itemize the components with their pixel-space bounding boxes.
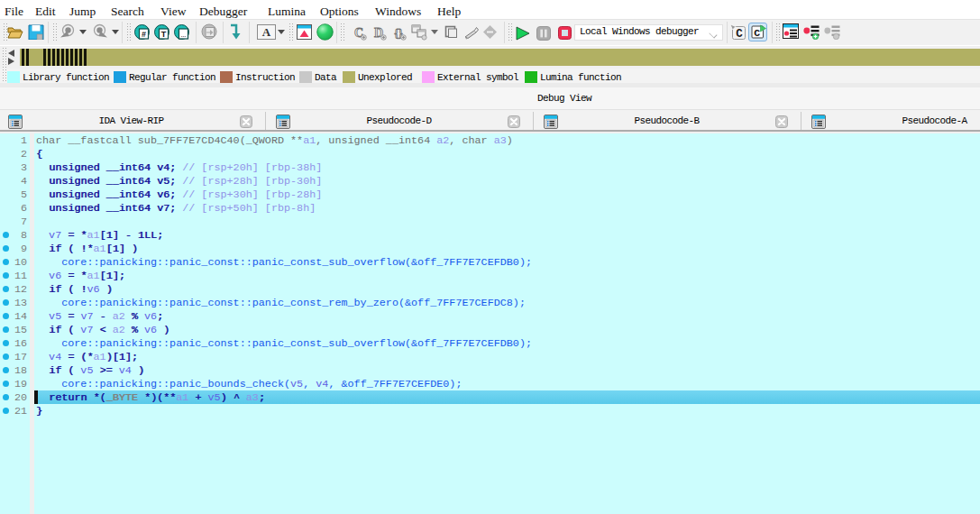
svg-text:#: # (142, 30, 146, 39)
svg-text:A: A (262, 25, 271, 39)
svg-text:T: T (161, 30, 167, 39)
svg-text:…: … (181, 32, 187, 38)
svg-text:C: C (736, 28, 743, 41)
svg-text:C: C (754, 27, 760, 39)
